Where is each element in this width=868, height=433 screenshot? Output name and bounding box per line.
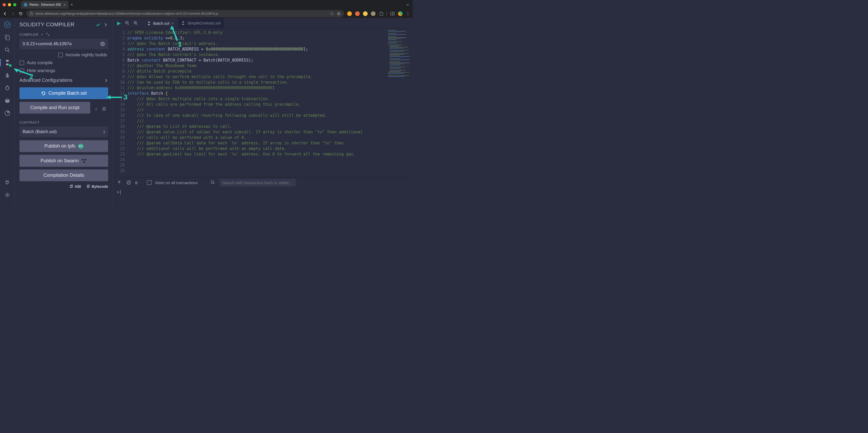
extensions-puzzle-icon[interactable] xyxy=(379,11,383,16)
abi-label: ABI xyxy=(75,185,81,189)
svg-point-19 xyxy=(85,159,86,161)
svg-point-28 xyxy=(211,181,214,184)
hidewarnings-checkbox[interactable] xyxy=(20,68,24,73)
remix-favicon xyxy=(24,3,27,7)
extension-icon[interactable] xyxy=(371,11,376,16)
back-button[interactable] xyxy=(3,11,7,16)
compile-run-button[interactable]: Compile and Run script xyxy=(20,102,90,114)
search-icon[interactable] xyxy=(4,46,11,54)
file-explorer-icon[interactable] xyxy=(4,34,11,41)
local-compiler-icon[interactable] xyxy=(46,32,50,37)
panel-collapse-icon[interactable] xyxy=(103,22,108,27)
settings-gear-icon[interactable] xyxy=(4,191,11,199)
refresh-icon xyxy=(41,91,46,96)
tab-label: Batch.sol xyxy=(153,21,169,26)
zoom-icon[interactable] xyxy=(330,11,334,16)
terminal-prompt: > xyxy=(117,190,119,195)
reload-button[interactable] xyxy=(19,11,23,16)
menu-kebab-icon[interactable] xyxy=(406,11,410,16)
line-numbers: 1234567891011121314151617181920212223242… xyxy=(113,28,127,177)
copy-bytecode-button[interactable]: Bytecode xyxy=(86,185,108,189)
forward-button[interactable] xyxy=(10,11,15,16)
profile-avatar-icon[interactable] xyxy=(398,11,403,16)
browser-chrome: Remix - Ethereum IDE × + remix.ethereum.… xyxy=(0,0,413,18)
publish-ipfs-button[interactable]: Publish on Ipfs IPFS xyxy=(20,140,108,152)
listen-checkbox[interactable] xyxy=(147,180,152,185)
add-compiler-icon[interactable]: + xyxy=(41,33,43,37)
terminal-search-icon[interactable] xyxy=(210,180,216,186)
extension-icon[interactable] xyxy=(363,11,368,16)
svg-point-8 xyxy=(5,24,6,24)
compile-success-check-icon xyxy=(96,22,101,27)
close-tab-icon[interactable]: × xyxy=(172,21,174,26)
copy-icon[interactable] xyxy=(102,107,108,111)
svg-point-12 xyxy=(5,48,8,51)
advanced-config-toggle[interactable]: Advanced Configurations xyxy=(20,77,108,83)
panel-title: SOLIDITY COMPILER xyxy=(20,22,93,28)
main-area: ▶ Batch.sol × SimpleContract.sol 1234567… xyxy=(113,18,413,206)
close-window-button[interactable] xyxy=(3,3,6,6)
new-tab-button[interactable]: + xyxy=(70,2,73,7)
zoom-in-button[interactable] xyxy=(132,20,140,27)
contract-selected: Batch (Batch.sol) xyxy=(23,129,57,134)
compile-run-label: Compile and Run script xyxy=(30,105,80,110)
svg-point-20 xyxy=(84,161,85,163)
code-content[interactable]: // SPDX-License-Identifier: GPL-3.0-only… xyxy=(127,28,413,177)
plugin-manager-icon[interactable] xyxy=(4,178,11,186)
copy-icon xyxy=(86,185,90,188)
deploy-run-icon[interactable] xyxy=(4,72,11,79)
ipfs-badge-icon: IPFS xyxy=(78,144,84,149)
analytics-icon[interactable] xyxy=(4,109,11,117)
editor-tab-batch[interactable]: Batch.sol × xyxy=(144,18,177,28)
extension-icon[interactable] xyxy=(355,11,360,16)
compilation-details-button[interactable]: Compilation Details xyxy=(20,169,108,181)
clear-terminal-icon[interactable] xyxy=(126,180,132,186)
address-bar[interactable]: remix.ethereum.org/#lang=en&optimize=fal… xyxy=(26,10,344,18)
debugger-icon[interactable] xyxy=(4,84,11,92)
autocompile-checkbox[interactable] xyxy=(20,61,24,65)
minimize-window-button[interactable] xyxy=(8,3,11,6)
learneth-icon[interactable] xyxy=(4,97,11,104)
publish-swarm-button[interactable]: Publish on Swarm xyxy=(20,155,108,167)
nightly-checkbox[interactable] xyxy=(58,53,63,57)
extension-icon[interactable] xyxy=(347,11,352,16)
select-updown-icon: ▴▾ xyxy=(103,130,105,134)
svg-point-9 xyxy=(8,24,9,24)
browser-tab-remix[interactable]: Remix - Ethereum IDE × xyxy=(21,1,68,9)
compiler-label: COMPILER xyxy=(20,33,38,37)
svg-rect-11 xyxy=(6,36,9,40)
site-info-icon[interactable] xyxy=(29,12,33,15)
editor-tab-simplecontract[interactable]: SimpleContract.sol xyxy=(178,18,224,28)
maximize-window-button[interactable] xyxy=(13,3,16,6)
close-tab-icon[interactable]: × xyxy=(64,3,66,7)
terminal-search-input[interactable] xyxy=(219,179,296,187)
copy-abi-button[interactable]: ABI xyxy=(69,185,81,189)
bookmark-star-icon[interactable] xyxy=(337,11,341,16)
code-editor[interactable]: 1234567891011121314151617181920212223242… xyxy=(113,28,413,177)
svg-point-7 xyxy=(4,22,10,28)
compiler-version-select[interactable]: 0.8.22+commit.4fc1097e ▾ xyxy=(20,39,108,49)
compile-success-badge-icon xyxy=(8,64,12,67)
tabs-dropdown-icon[interactable] xyxy=(405,2,410,7)
run-script-button[interactable]: ▶ xyxy=(115,20,123,27)
contract-select[interactable]: Batch (Batch.sol) ▴▾ xyxy=(20,127,108,137)
window-controls xyxy=(3,3,16,6)
chevron-right-icon xyxy=(104,78,108,82)
publish-ipfs-label: Publish on Ipfs xyxy=(44,143,75,149)
browser-tabbar: Remix - Ethereum IDE × + xyxy=(0,0,413,9)
solidity-compiler-icon[interactable] xyxy=(4,59,11,66)
zoom-out-button[interactable] xyxy=(124,20,131,27)
tab-label: SimpleContract.sol xyxy=(187,21,221,25)
info-icon[interactable]: i xyxy=(93,107,99,111)
terminal-input[interactable]: > xyxy=(113,188,413,206)
pending-tx-count: 0 xyxy=(135,180,137,185)
compiler-version-value: 0.8.22+commit.4fc1097e xyxy=(23,41,72,46)
remix-home-icon[interactable] xyxy=(4,21,11,28)
compile-button[interactable]: Compile Batch.sol xyxy=(20,87,108,99)
autocompile-label: Auto compile xyxy=(27,60,53,66)
svg-point-15 xyxy=(7,194,8,196)
sidepanel-icon[interactable] xyxy=(390,11,395,16)
compile-button-label: Compile Batch.sol xyxy=(49,91,87,96)
publish-swarm-label: Publish on Swarm xyxy=(40,158,79,164)
terminal-collapse-icon[interactable] xyxy=(116,180,122,186)
